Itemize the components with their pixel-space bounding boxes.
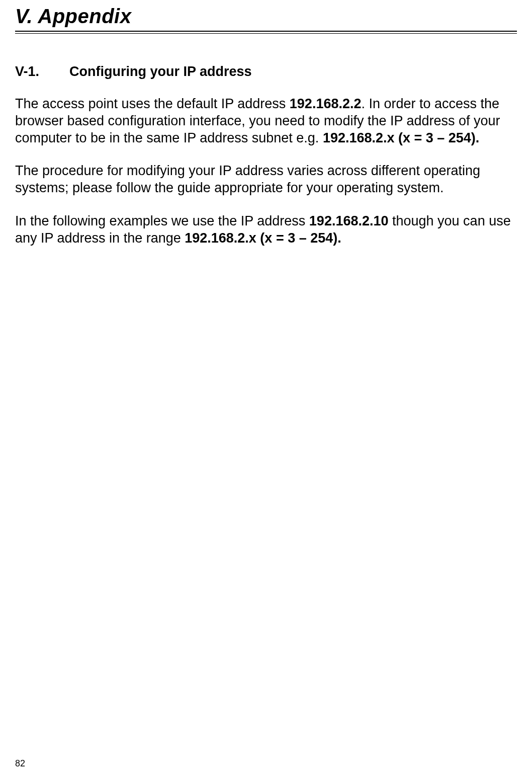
paragraph-3: In the following examples we use the IP … (15, 213, 517, 247)
para3-bold2: 192.168.2.x (x = 3 – 254). (185, 230, 341, 246)
para1-bold1: 192.168.2.2 (290, 96, 362, 111)
para1-bold2: 192.168.2.x (x = 3 – 254). (323, 130, 480, 145)
para3-bold1: 192.168.2.10 (309, 213, 389, 228)
page-number: 82 (15, 758, 25, 769)
paragraph-2: The procedure for modifying your IP addr… (15, 163, 517, 197)
section-heading: V-1.Configuring your IP address (15, 64, 517, 80)
title-divider (15, 31, 517, 34)
para3-text1: In the following examples we use the IP … (15, 213, 309, 228)
paragraph-1: The access point uses the default IP add… (15, 96, 517, 146)
section-title: Configuring your IP address (69, 64, 252, 79)
para1-text1: The access point uses the default IP add… (15, 96, 290, 111)
section-number: V-1. (15, 64, 39, 80)
chapter-title: V. Appendix (15, 0, 517, 31)
para2-text1: The procedure for modifying your IP addr… (15, 163, 480, 195)
